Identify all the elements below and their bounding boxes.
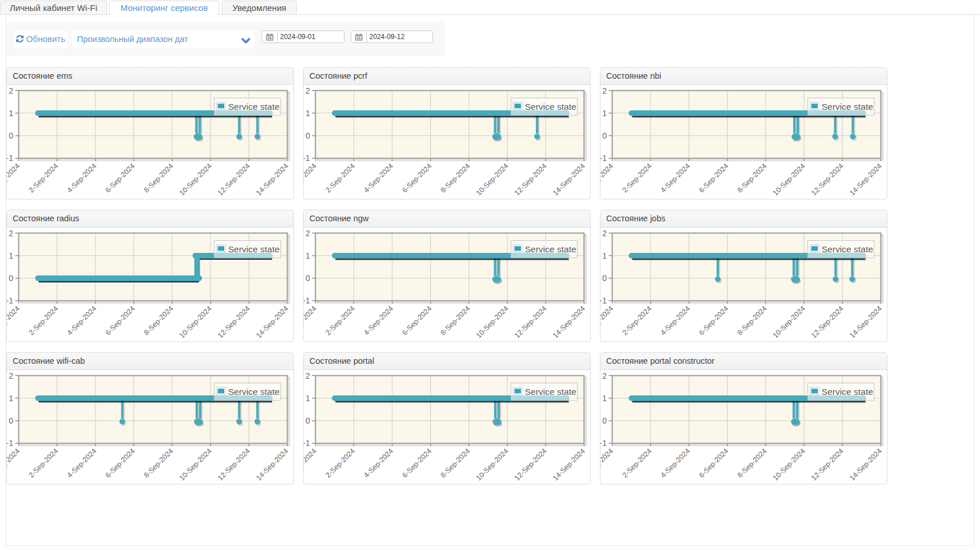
svg-text:8-Sep-2024: 8-Sep-2024 — [143, 305, 175, 337]
svg-text:-1: -1 — [7, 439, 13, 448]
svg-text:31-Aug-2024: 31-Aug-2024 — [7, 162, 21, 197]
svg-text:10-Sep-2024: 10-Sep-2024 — [474, 162, 510, 197]
svg-text:2: 2 — [305, 229, 310, 238]
svg-text:-1: -1 — [7, 153, 13, 163]
svg-text:14-Sep-2024: 14-Sep-2024 — [848, 305, 883, 340]
svg-text:1: 1 — [9, 394, 13, 403]
svg-text:14-Sep-2024: 14-Sep-2024 — [552, 162, 587, 197]
svg-text:14-Sep-2024: 14-Sep-2024 — [552, 447, 587, 482]
svg-text:0: 0 — [602, 131, 607, 140]
svg-text:Service state: Service state — [822, 387, 874, 397]
svg-text:12-Sep-2024: 12-Sep-2024 — [216, 162, 251, 197]
svg-text:12-Sep-2024: 12-Sep-2024 — [513, 162, 548, 197]
svg-text:14-Sep-2024: 14-Sep-2024 — [255, 447, 290, 482]
svg-text:6-Sep-2024: 6-Sep-2024 — [401, 447, 433, 479]
svg-text:6-Sep-2024: 6-Sep-2024 — [401, 305, 433, 337]
svg-text:4-Sep-2024: 4-Sep-2024 — [659, 162, 691, 194]
svg-text:31-Aug-2024: 31-Aug-2024 — [7, 447, 21, 482]
svg-text:2: 2 — [602, 86, 607, 95]
svg-text:10-Sep-2024: 10-Sep-2024 — [771, 447, 806, 482]
svg-text:12-Sep-2024: 12-Sep-2024 — [216, 305, 251, 340]
svg-text:2: 2 — [305, 371, 310, 380]
svg-text:-1: -1 — [600, 153, 607, 163]
svg-text:6-Sep-2024: 6-Sep-2024 — [698, 447, 730, 479]
svg-text:Service state: Service state — [822, 244, 874, 254]
svg-text:8-Sep-2024: 8-Sep-2024 — [143, 162, 175, 194]
svg-text:1: 1 — [305, 109, 310, 118]
svg-text:2-Sep-2024: 2-Sep-2024 — [621, 305, 653, 337]
svg-text:14-Sep-2024: 14-Sep-2024 — [848, 447, 883, 482]
svg-text:10-Sep-2024: 10-Sep-2024 — [178, 305, 213, 340]
svg-text:0: 0 — [602, 274, 607, 283]
svg-text:0: 0 — [305, 416, 310, 425]
svg-text:-1: -1 — [600, 296, 607, 305]
svg-text:8-Sep-2024: 8-Sep-2024 — [439, 447, 472, 479]
svg-text:2-Sep-2024: 2-Sep-2024 — [324, 162, 356, 194]
svg-text:-1: -1 — [304, 439, 310, 448]
svg-text:31-Aug-2024: 31-Aug-2024 — [304, 162, 318, 197]
svg-text:1: 1 — [602, 251, 607, 260]
svg-text:Service state: Service state — [525, 102, 577, 111]
svg-text:6-Sep-2024: 6-Sep-2024 — [104, 447, 136, 479]
svg-text:1: 1 — [602, 109, 607, 118]
svg-text:2-Sep-2024: 2-Sep-2024 — [27, 305, 59, 337]
svg-text:0: 0 — [9, 416, 13, 425]
svg-text:10-Sep-2024: 10-Sep-2024 — [474, 305, 510, 340]
svg-text:1: 1 — [602, 394, 607, 403]
svg-text:2-Sep-2024: 2-Sep-2024 — [324, 305, 356, 337]
svg-text:2-Sep-2024: 2-Sep-2024 — [324, 447, 356, 479]
svg-text:Service state: Service state — [228, 387, 280, 397]
svg-text:12-Sep-2024: 12-Sep-2024 — [513, 447, 548, 482]
svg-text:2: 2 — [602, 229, 607, 238]
svg-text:4-Sep-2024: 4-Sep-2024 — [362, 162, 395, 194]
svg-text:8-Sep-2024: 8-Sep-2024 — [439, 305, 472, 337]
svg-text:1: 1 — [9, 109, 13, 118]
svg-text:-1: -1 — [304, 296, 310, 305]
svg-text:0: 0 — [602, 416, 607, 425]
svg-text:12-Sep-2024: 12-Sep-2024 — [810, 162, 845, 197]
svg-text:31-Aug-2024: 31-Aug-2024 — [600, 447, 615, 482]
svg-text:14-Sep-2024: 14-Sep-2024 — [255, 162, 290, 197]
svg-text:4-Sep-2024: 4-Sep-2024 — [659, 447, 691, 479]
svg-text:31-Aug-2024: 31-Aug-2024 — [600, 305, 615, 340]
svg-text:8-Sep-2024: 8-Sep-2024 — [736, 447, 768, 479]
svg-text:4-Sep-2024: 4-Sep-2024 — [66, 447, 98, 479]
svg-text:6-Sep-2024: 6-Sep-2024 — [698, 162, 730, 194]
svg-text:6-Sep-2024: 6-Sep-2024 — [698, 305, 730, 337]
svg-text:Service state: Service state — [228, 244, 280, 254]
svg-text:8-Sep-2024: 8-Sep-2024 — [736, 305, 768, 337]
svg-text:2: 2 — [9, 371, 13, 380]
svg-text:2-Sep-2024: 2-Sep-2024 — [27, 447, 59, 479]
svg-text:4-Sep-2024: 4-Sep-2024 — [66, 162, 98, 194]
svg-text:10-Sep-2024: 10-Sep-2024 — [178, 162, 213, 197]
svg-text:14-Sep-2024: 14-Sep-2024 — [848, 162, 883, 197]
svg-text:0: 0 — [9, 274, 13, 283]
svg-text:2-Sep-2024: 2-Sep-2024 — [621, 162, 653, 194]
svg-text:2: 2 — [9, 229, 13, 238]
svg-text:Service state: Service state — [822, 102, 874, 111]
svg-text:1: 1 — [305, 394, 310, 403]
svg-text:1: 1 — [305, 251, 310, 260]
svg-text:8-Sep-2024: 8-Sep-2024 — [736, 162, 768, 194]
svg-text:6-Sep-2024: 6-Sep-2024 — [104, 162, 136, 194]
svg-text:-1: -1 — [7, 296, 13, 305]
svg-text:8-Sep-2024: 8-Sep-2024 — [143, 447, 175, 479]
svg-text:2-Sep-2024: 2-Sep-2024 — [27, 162, 59, 194]
svg-text:12-Sep-2024: 12-Sep-2024 — [216, 447, 251, 482]
svg-text:14-Sep-2024: 14-Sep-2024 — [255, 305, 290, 340]
svg-text:31-Aug-2024: 31-Aug-2024 — [304, 305, 318, 340]
svg-text:14-Sep-2024: 14-Sep-2024 — [552, 305, 587, 340]
svg-text:2-Sep-2024: 2-Sep-2024 — [621, 447, 653, 479]
svg-text:-1: -1 — [600, 439, 607, 448]
svg-text:0: 0 — [305, 131, 310, 140]
svg-text:10-Sep-2024: 10-Sep-2024 — [178, 447, 213, 482]
svg-text:0: 0 — [305, 274, 310, 283]
svg-text:6-Sep-2024: 6-Sep-2024 — [401, 162, 433, 194]
svg-text:Service state: Service state — [228, 102, 280, 111]
svg-text:10-Sep-2024: 10-Sep-2024 — [771, 162, 806, 197]
svg-text:4-Sep-2024: 4-Sep-2024 — [362, 447, 395, 479]
svg-text:Service state: Service state — [525, 387, 577, 397]
svg-text:31-Aug-2024: 31-Aug-2024 — [600, 162, 615, 197]
svg-text:12-Sep-2024: 12-Sep-2024 — [810, 447, 845, 482]
svg-text:0: 0 — [9, 131, 13, 140]
